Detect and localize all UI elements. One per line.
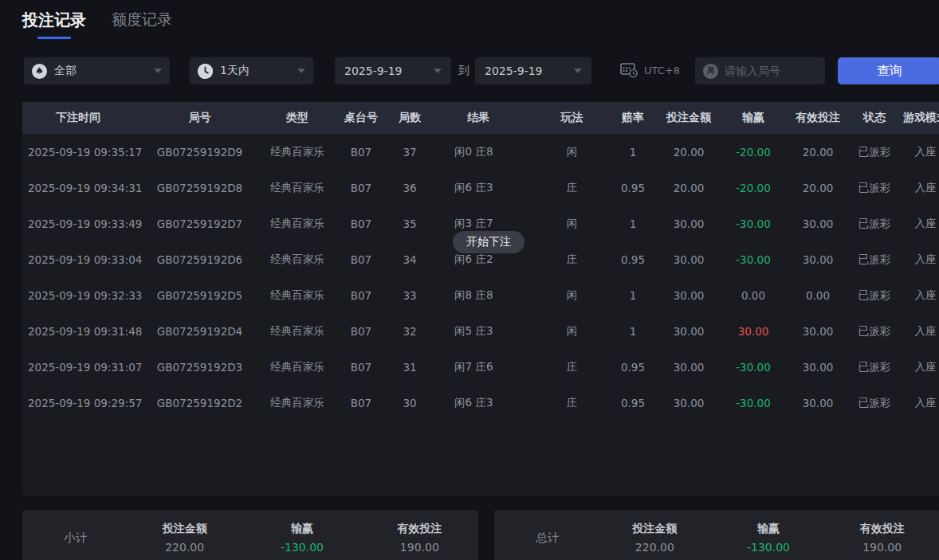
cell-play: 庄 xyxy=(530,181,614,195)
col-header-bet-time: 下注时间 xyxy=(22,111,134,125)
cell-type: 经典百家乐 xyxy=(265,253,329,267)
col-header-round-no: 局数 xyxy=(393,111,426,125)
cell-result: 闲6 庄2 xyxy=(426,253,530,267)
chevron-down-icon xyxy=(574,69,582,73)
cell-play: 庄 xyxy=(530,396,614,410)
cell-bet-time: 2025-09-19 09:29:57 xyxy=(22,397,134,409)
table-row[interactable]: 2025-09-19 09:31:48 GB07259192D4 经典百家乐 B… xyxy=(22,313,939,349)
tab-betting-records[interactable]: 投注记录 xyxy=(22,10,86,37)
cell-type: 经典百家乐 xyxy=(265,396,329,410)
cell-play: 闲 xyxy=(530,288,614,303)
cell-result: 闲7 庄6 xyxy=(426,360,530,374)
cell-win-loss: -30.00 xyxy=(725,253,781,266)
cell-round-no: 33 xyxy=(393,289,426,302)
table-row[interactable]: 2025-09-19 09:34:31 GB07259192D8 经典百家乐 B… xyxy=(22,170,939,206)
round-search-input[interactable] xyxy=(725,65,817,77)
cell-table-no: B07 xyxy=(329,397,393,409)
cell-game-mode: 入座 xyxy=(894,217,939,231)
game-type-value: 全部 xyxy=(54,64,77,78)
records-table: 下注时间 局号 类型 桌台号 局数 结果 玩法 赔率 投注金额 输赢 有效投注 … xyxy=(22,102,939,495)
cell-odds: 0.95 xyxy=(614,397,652,409)
cell-win-loss: -30.00 xyxy=(725,361,781,374)
date-from-select[interactable]: 2025-9-19 xyxy=(335,57,451,84)
cell-game-mode: 入座 xyxy=(894,360,939,374)
cell-play: 闲 xyxy=(530,145,614,159)
cell-round-id: GB07259192D2 xyxy=(134,397,265,409)
subtotal-title: 小计 xyxy=(22,531,126,546)
query-button[interactable]: 查询 xyxy=(838,57,939,84)
cell-result: 闲6 庄3 xyxy=(426,396,530,410)
calendar-clock-icon xyxy=(620,62,638,78)
cell-odds: 1 xyxy=(614,289,652,302)
col-header-type: 类型 xyxy=(265,111,329,125)
subtotal-bet-amount: 投注金额 220.00 xyxy=(126,522,243,554)
chevron-down-icon xyxy=(434,69,442,73)
date-to-value: 2025-9-19 xyxy=(485,65,542,77)
table-row[interactable]: 2025-09-19 09:29:57 GB07259192D2 经典百家乐 B… xyxy=(22,385,939,421)
cell-game-mode: 入座 xyxy=(894,181,939,195)
cell-odds: 1 xyxy=(614,325,652,338)
col-header-odds: 赔率 xyxy=(614,111,652,125)
cell-bet-time: 2025-09-19 09:31:48 xyxy=(22,325,134,338)
cell-status: 已派彩 xyxy=(855,181,894,195)
total-title: 总计 xyxy=(494,531,598,546)
cell-game-mode: 入座 xyxy=(894,145,939,159)
game-type-dropdown[interactable]: ♠ 全部 xyxy=(24,57,170,84)
cell-table-no: B07 xyxy=(329,325,393,338)
spade-icon: ♠ xyxy=(32,64,47,79)
cell-round-id: GB07259192D5 xyxy=(134,289,265,302)
cell-valid-bet: 20.00 xyxy=(781,182,855,194)
cell-valid-bet: 30.00 xyxy=(781,397,855,409)
col-header-win-loss: 输赢 xyxy=(725,111,781,125)
cell-valid-bet: 30.00 xyxy=(781,217,855,230)
time-range-dropdown[interactable]: 1天内 xyxy=(190,57,313,84)
table-row[interactable]: 2025-09-19 09:35:17 GB07259192D9 经典百家乐 B… xyxy=(22,134,939,170)
cell-bet-amount: 20.00 xyxy=(652,182,725,194)
cell-odds: 0.95 xyxy=(614,253,652,266)
cell-bet-time: 2025-09-19 09:32:33 xyxy=(22,289,134,302)
chevron-down-icon xyxy=(154,69,162,73)
cell-status: 已派彩 xyxy=(855,396,894,410)
cell-bet-time: 2025-09-19 09:33:49 xyxy=(22,217,134,230)
cell-table-no: B07 xyxy=(329,253,393,266)
cell-bet-time: 2025-09-19 09:31:07 xyxy=(22,361,134,374)
cell-round-id: GB07259192D7 xyxy=(134,217,265,230)
cell-result: 闲5 庄3 xyxy=(426,324,530,339)
cell-bet-time: 2025-09-19 09:34:31 xyxy=(22,182,134,194)
cell-play: 闲 xyxy=(530,217,614,231)
cell-type: 经典百家乐 xyxy=(265,181,329,195)
cell-game-mode: 入座 xyxy=(894,324,939,339)
cell-status: 已派彩 xyxy=(855,324,894,339)
cell-play: 庄 xyxy=(530,253,614,267)
cell-win-loss: 0.00 xyxy=(725,289,781,302)
cell-result: 闲3 庄7 xyxy=(426,217,530,231)
cell-round-no: 32 xyxy=(393,325,426,338)
cell-table-no: B07 xyxy=(329,217,393,230)
cell-game-mode: 入座 xyxy=(894,396,939,410)
cell-result: 闲0 庄8 xyxy=(426,145,530,159)
cell-odds: 0.95 xyxy=(614,182,652,194)
date-to-select[interactable]: 2025-9-19 xyxy=(475,57,591,84)
cell-status: 已派彩 xyxy=(855,288,894,303)
col-header-play: 玩法 xyxy=(530,111,614,125)
cell-status: 已派彩 xyxy=(855,145,894,159)
cell-round-no: 37 xyxy=(393,146,426,159)
table-row[interactable]: 2025-09-19 09:31:07 GB07259192D3 经典百家乐 B… xyxy=(22,349,939,385)
cell-round-id: GB07259192D3 xyxy=(134,361,265,374)
cell-bet-amount: 30.00 xyxy=(652,253,725,266)
cell-valid-bet: 30.00 xyxy=(781,325,855,338)
cell-bet-amount: 20.00 xyxy=(652,146,725,159)
table-row[interactable]: 2025-09-19 09:32:33 GB07259192D5 经典百家乐 B… xyxy=(22,277,939,313)
cell-round-id: GB07259192D6 xyxy=(134,253,265,266)
cell-type: 经典百家乐 xyxy=(265,324,329,339)
tab-quota-records[interactable]: 额度记录 xyxy=(112,10,172,37)
col-header-bet-amount: 投注金额 xyxy=(652,111,725,125)
cell-status: 已派彩 xyxy=(855,253,894,267)
date-from-value: 2025-9-19 xyxy=(344,65,402,77)
cell-type: 经典百家乐 xyxy=(265,288,329,303)
timezone-indicator: UTC+8 xyxy=(620,62,680,78)
cell-round-no: 34 xyxy=(393,253,426,266)
cell-odds: 1 xyxy=(614,146,652,159)
cell-table-no: B07 xyxy=(329,182,393,194)
col-header-valid-bet: 有效投注 xyxy=(781,111,855,125)
